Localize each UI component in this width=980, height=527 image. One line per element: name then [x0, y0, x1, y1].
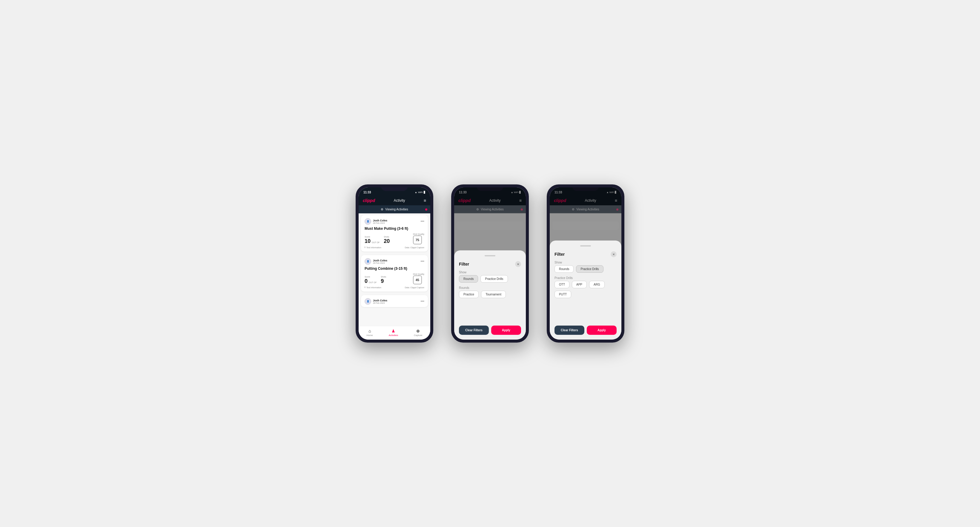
card-stats-1: Score 10 OUT OF Shots 20 Shot Quality — [364, 233, 424, 244]
out-of-1: OUT OF — [372, 241, 380, 244]
card-stats-2: Score 0 OUT OF Shots 9 Shot Quality — [364, 273, 424, 284]
content-1: 👤 Josh Coles 28 Feb 2023 ••• Must Make P… — [359, 213, 430, 326]
nav-home-label-1: Home — [366, 334, 373, 337]
tournament-btn-2[interactable]: Tournament — [481, 290, 506, 298]
clear-filters-btn-3[interactable]: Clear Filters — [555, 325, 584, 335]
show-section-2: Show Rounds Practice Drills — [459, 271, 521, 283]
filter-title-3: Filter — [555, 252, 565, 257]
card-title-1: Must Make Putting (3-6 ft) — [364, 227, 424, 231]
viewing-banner-1[interactable]: ⚙ Viewing Activities — [359, 205, 430, 213]
apply-btn-3[interactable]: Apply — [587, 325, 617, 335]
filter-modal-3: Filter ✕ Show Rounds Practice Drills Pra… — [550, 187, 621, 340]
modal-actions-3: Clear Filters Apply — [555, 325, 617, 335]
card-user-2: 👤 Josh Coles 28 Feb 2023 — [364, 258, 387, 265]
drag-handle-2 — [485, 255, 495, 256]
footer-info-2: Test Information — [366, 286, 381, 289]
footer-info-1: Test Information — [366, 246, 381, 249]
phone-3: 11:33 ▲ WiFi ▊ clippd Activity ≡ ⚙ Viewi… — [547, 184, 624, 343]
activity-card-1: 👤 Josh Coles 28 Feb 2023 ••• Must Make P… — [361, 215, 428, 252]
rounds-section-2: Rounds Practice Tournament — [459, 286, 521, 298]
drag-handle-3 — [580, 245, 591, 246]
show-section-3: Show Rounds Practice Drills — [555, 261, 617, 273]
card-menu-1[interactable]: ••• — [420, 219, 424, 224]
card-user-1: 👤 Josh Coles 28 Feb 2023 — [364, 218, 387, 225]
hamburger-menu-1[interactable]: ≡ — [424, 198, 426, 203]
status-icons-1: ▲ WiFi ▊ — [415, 191, 425, 194]
modal-actions-2: Clear Filters Apply — [459, 325, 521, 335]
scene: 11:33 ▲ WiFi ▊ clippd Activity ≡ ⚙ Viewi… — [338, 167, 642, 360]
rounds-label-2: Rounds — [459, 286, 521, 289]
score-label-2: Score — [364, 276, 377, 278]
apply-btn-2[interactable]: Apply — [491, 325, 521, 335]
close-button-2[interactable]: ✕ — [515, 261, 521, 267]
ott-btn-3[interactable]: OTT — [555, 281, 570, 288]
card-menu-3[interactable]: ••• — [420, 299, 424, 303]
phone-2: 11:33 ▲ WiFi ▊ clippd Activity ≡ ⚙ Viewi… — [451, 184, 529, 343]
viewing-label-1: Viewing Activities — [385, 208, 408, 211]
putt-btn-3[interactable]: PUTT — [555, 290, 571, 298]
sq-badge-1: 75 — [413, 235, 422, 244]
shots-label-1: Shots — [384, 236, 390, 238]
card-user-3: 👤 Josh Coles 28 Feb 2023 — [364, 298, 387, 305]
card-footer-1: ℹ Test Information Data: Clippd Capture — [364, 246, 424, 249]
avatar-1: 👤 — [364, 218, 371, 225]
app-header-1: clippd Activity ≡ — [359, 196, 430, 205]
filter-modal-2: Filter ✕ Show Rounds Practice Drills Rou… — [454, 187, 526, 340]
sq-label-2: Shot Quality — [413, 273, 424, 275]
shots-value-2: 9 — [381, 278, 384, 284]
bottom-nav-1: ⌂ Home ♟ Activities ⊕ Capture — [359, 326, 430, 340]
card-header-2: 👤 Josh Coles 28 Feb 2023 ••• — [364, 258, 424, 265]
show-label-2: Show — [459, 271, 521, 274]
home-icon-1: ⌂ — [369, 329, 371, 333]
nav-capture-1[interactable]: ⊕ Capture — [414, 329, 422, 337]
activity-card-2: 👤 Josh Coles 28 Feb 2023 ••• Putting Com… — [361, 255, 428, 292]
card-title-2: Putting Combine (3-15 ft) — [364, 267, 424, 271]
practice-drills-btn-3[interactable]: Practice Drills — [576, 265, 603, 273]
activities-icon-1: ♟ — [391, 329, 395, 333]
card-menu-2[interactable]: ••• — [420, 259, 424, 264]
card-userdate-1: 28 Feb 2023 — [373, 222, 387, 224]
card-username-1: Josh Coles — [373, 219, 387, 222]
clear-filters-btn-2[interactable]: Clear Filters — [459, 325, 489, 335]
practice-round-btn-2[interactable]: Practice — [459, 290, 479, 298]
card-userdate-3: 28 Feb 2023 — [373, 302, 387, 304]
filter-sheet-2: Filter ✕ Show Rounds Practice Drills Rou… — [454, 250, 526, 340]
app-btn-3[interactable]: APP — [572, 281, 587, 288]
nav-activities-label-1: Activities — [389, 334, 398, 337]
filter-title-2: Filter — [459, 262, 469, 267]
close-button-3[interactable]: ✕ — [611, 251, 617, 257]
card-header-1: 👤 Josh Coles 28 Feb 2023 ••• — [364, 218, 424, 225]
header-title-1: Activity — [394, 198, 405, 203]
nav-activities-1[interactable]: ♟ Activities — [389, 329, 398, 337]
card-userdate-2: 28 Feb 2023 — [373, 262, 387, 264]
drills-buttons-3: OTT APP ARG PUTT — [555, 281, 617, 298]
filter-sheet-3: Filter ✕ Show Rounds Practice Drills Pra… — [550, 241, 621, 340]
show-buttons-2: Rounds Practice Drills — [459, 275, 521, 283]
rounds-buttons-2: Practice Tournament — [459, 290, 521, 298]
card-header-3: 👤 Josh Coles 28 Feb 2023 ••• — [364, 298, 424, 305]
status-time-1: 11:33 — [363, 191, 371, 194]
card-username-3: Josh Coles — [373, 299, 387, 302]
modal-header-2: Filter ✕ — [459, 261, 521, 267]
sq-badge-2: 45 — [413, 275, 422, 284]
nav-capture-label-1: Capture — [414, 334, 422, 337]
rounds-btn-2[interactable]: Rounds — [459, 275, 478, 283]
activity-card-3: 👤 Josh Coles 28 Feb 2023 ••• — [361, 295, 428, 307]
shots-label-2: Shots — [381, 276, 386, 278]
info-icon-1: ℹ — [364, 246, 366, 249]
card-footer-2: ℹ Test Information Data: Clippd Capture — [364, 286, 424, 289]
practice-drills-btn-2[interactable]: Practice Drills — [480, 275, 508, 283]
logo-1: clippd — [363, 198, 375, 203]
modal-header-3: Filter ✕ — [555, 251, 617, 257]
arg-btn-3[interactable]: ARG — [589, 281, 605, 288]
nav-home-1[interactable]: ⌂ Home — [366, 329, 373, 337]
score-label-1: Score — [364, 236, 380, 238]
footer-data-2: Data: Clippd Capture — [405, 286, 424, 289]
drills-label-3: Practice Drills — [555, 276, 617, 279]
show-buttons-3: Rounds Practice Drills — [555, 265, 617, 273]
score-value-1: 10 — [364, 238, 371, 244]
phone-1: 11:33 ▲ WiFi ▊ clippd Activity ≡ ⚙ Viewi… — [356, 184, 433, 343]
out-of-2: OUT OF — [369, 281, 377, 284]
show-label-3: Show — [555, 261, 617, 264]
rounds-btn-3[interactable]: Rounds — [555, 265, 574, 273]
